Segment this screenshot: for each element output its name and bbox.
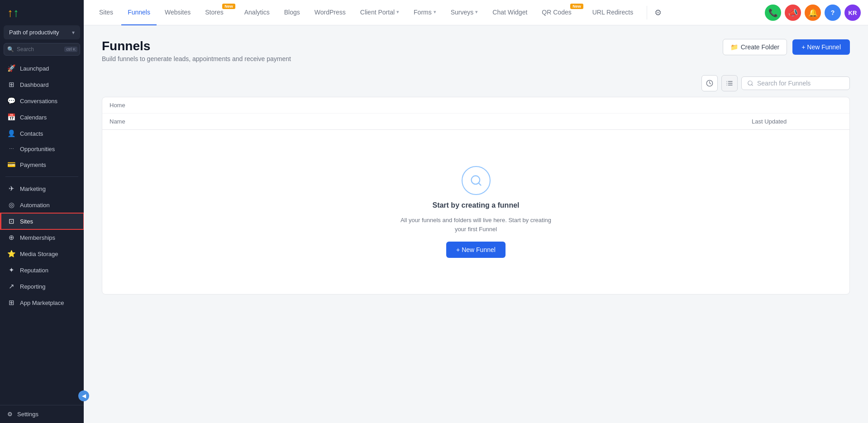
- sidebar-item-launchpad[interactable]: 🚀 Launchpad: [0, 60, 84, 76]
- main-content: Sites Funnels Websites Stores New Analyt…: [84, 0, 868, 423]
- media-storage-icon: ⭐: [7, 250, 15, 258]
- stores-new-badge: New: [222, 4, 235, 9]
- sidebar-item-label: Automation: [20, 202, 50, 209]
- sidebar: ↑↑ Path of productivity ▾ 🔍 ctrl K 🚀 Lau…: [0, 0, 84, 423]
- tab-websites-label: Websites: [165, 9, 191, 16]
- tab-url-redirects[interactable]: URL Redirects: [586, 0, 640, 25]
- new-funnel-center-label: + New Funnel: [456, 246, 496, 253]
- empty-state-icon: [462, 166, 491, 195]
- sidebar-item-label: Payments: [20, 162, 46, 168]
- tab-funnels[interactable]: Funnels: [121, 0, 157, 25]
- list-view-icon-button[interactable]: [721, 75, 738, 91]
- qr-codes-new-badge: New: [570, 4, 583, 9]
- tab-chat-widget-label: Chat Widget: [492, 9, 527, 16]
- page-header-actions: 📁 Create Folder + New Funnel: [723, 39, 850, 55]
- launchpad-icon: 🚀: [7, 64, 15, 72]
- create-folder-button[interactable]: 📁 Create Folder: [723, 39, 787, 55]
- tab-websites[interactable]: Websites: [158, 0, 197, 25]
- create-folder-label: Create Folder: [741, 43, 780, 51]
- nav-divider: [5, 176, 78, 177]
- surveys-dropdown-icon: ▾: [475, 9, 478, 15]
- tab-sites[interactable]: Sites: [93, 0, 119, 25]
- settings-label: Settings: [17, 411, 38, 418]
- page-content-area: Funnels Build funnels to generate leads,…: [84, 25, 868, 423]
- sidebar-item-label: Dashboard: [20, 81, 49, 88]
- sidebar-item-marketing[interactable]: ✈ Marketing: [0, 181, 84, 197]
- tab-funnels-label: Funnels: [128, 9, 150, 16]
- forms-dropdown-icon: ▾: [434, 9, 436, 15]
- workspace-name: Path of productivity: [9, 29, 59, 36]
- new-funnel-button-empty-state[interactable]: + New Funnel: [446, 242, 506, 258]
- sidebar-item-conversations[interactable]: 💬 Conversations: [0, 93, 84, 109]
- empty-state-desc: All your funnels and folders will live h…: [399, 216, 553, 233]
- page-subtitle: Build funnels to generate leads, appoint…: [102, 55, 291, 62]
- sidebar-item-label: App Marketplace: [20, 299, 64, 306]
- tab-blogs[interactable]: Blogs: [278, 0, 306, 25]
- tab-qr-codes[interactable]: QR Codes New: [535, 0, 584, 25]
- new-funnel-button-header[interactable]: + New Funnel: [792, 39, 850, 55]
- dashboard-icon: ⊞: [7, 81, 15, 89]
- funnel-search-bar: [741, 76, 850, 90]
- sidebar-item-contacts[interactable]: 👤 Contacts: [0, 125, 84, 142]
- sidebar-item-dashboard[interactable]: ⊞ Dashboard: [0, 76, 84, 93]
- page-header: Funnels Build funnels to generate leads,…: [102, 39, 850, 62]
- memberships-icon: ⊕: [7, 233, 15, 242]
- breadcrumb-home[interactable]: Home: [110, 102, 125, 109]
- sidebar-item-memberships[interactable]: ⊕ Memberships: [0, 229, 84, 246]
- sidebar-item-sites[interactable]: ⊡ Sites: [0, 213, 84, 229]
- sidebar-item-label: Media Storage: [20, 251, 58, 257]
- sidebar-item-automation[interactable]: ◎ Automation: [0, 197, 84, 213]
- sidebar-search-container: 🔍 ctrl K: [4, 43, 80, 56]
- phone-icon[interactable]: 📞: [765, 5, 781, 21]
- tab-url-redirects-label: URL Redirects: [592, 9, 634, 16]
- tab-wordpress-label: WordPress: [315, 9, 346, 16]
- sidebar-item-label: Memberships: [20, 234, 55, 241]
- sidebar-item-reputation[interactable]: ✦ Reputation: [0, 262, 84, 278]
- sidebar-item-label: Conversations: [20, 98, 57, 105]
- app-marketplace-icon: ⊞: [7, 299, 15, 307]
- sidebar-item-label: Calendars: [20, 114, 47, 121]
- sidebar-item-media-storage[interactable]: ⭐ Media Storage: [0, 246, 84, 262]
- svg-line-8: [752, 85, 753, 86]
- top-navigation: Sites Funnels Websites Stores New Analyt…: [84, 0, 868, 25]
- notification-bell-icon[interactable]: 🔔: [805, 5, 821, 21]
- sidebar-nav: 🚀 Launchpad ⊞ Dashboard 💬 Conversations …: [0, 60, 84, 405]
- tab-analytics[interactable]: Analytics: [238, 0, 276, 25]
- page-title: Funnels: [102, 39, 291, 53]
- contacts-icon: 👤: [7, 129, 15, 138]
- workspace-chevron-icon: ▾: [72, 29, 75, 36]
- col-header-name: Name: [110, 118, 752, 125]
- funnel-search-input[interactable]: [757, 80, 844, 87]
- avatar[interactable]: KR: [844, 5, 861, 21]
- conversations-icon: 💬: [7, 97, 15, 105]
- sites-icon: ⊡: [7, 217, 15, 225]
- tab-client-portal[interactable]: Client Portal ▾: [354, 0, 405, 25]
- megaphone-icon[interactable]: 📣: [785, 5, 801, 21]
- sidebar-search-icon: 🔍: [7, 46, 14, 52]
- sidebar-item-payments[interactable]: 💳 Payments: [0, 157, 84, 173]
- sidebar-item-opportunities[interactable]: ⋯ Opportunities: [0, 142, 84, 157]
- tab-stores[interactable]: Stores New: [199, 0, 236, 25]
- workspace-selector[interactable]: Path of productivity ▾: [4, 25, 80, 39]
- tab-forms-label: Forms: [414, 9, 432, 16]
- tab-forms[interactable]: Forms ▾: [407, 0, 443, 25]
- breadcrumb: Home: [102, 97, 849, 114]
- tab-sites-label: Sites: [99, 9, 113, 16]
- tab-wordpress[interactable]: WordPress: [308, 0, 352, 25]
- sidebar-item-label: Reputation: [20, 267, 48, 274]
- sidebar-settings[interactable]: ⚙ Settings: [0, 405, 84, 423]
- sidebar-item-calendars[interactable]: 📅 Calendars: [0, 109, 84, 125]
- sidebar-collapse-button[interactable]: ◀: [78, 390, 89, 401]
- history-icon-button[interactable]: [701, 75, 718, 91]
- help-icon[interactable]: ?: [825, 5, 841, 21]
- sidebar-item-reporting[interactable]: ↗ Reporting: [0, 278, 84, 295]
- new-funnel-label: + New Funnel: [801, 43, 841, 51]
- sidebar-item-app-marketplace[interactable]: ⊞ App Marketplace: [0, 295, 84, 311]
- funnel-search-icon: [747, 80, 754, 86]
- content-toolbar: [102, 75, 850, 91]
- tab-surveys[interactable]: Surveys ▾: [444, 0, 485, 25]
- tab-stores-label: Stores: [205, 9, 223, 16]
- top-nav-settings-icon[interactable]: ⚙: [651, 4, 665, 21]
- tab-chat-widget[interactable]: Chat Widget: [486, 0, 534, 25]
- search-shortcut-badge: ctrl K: [64, 47, 77, 52]
